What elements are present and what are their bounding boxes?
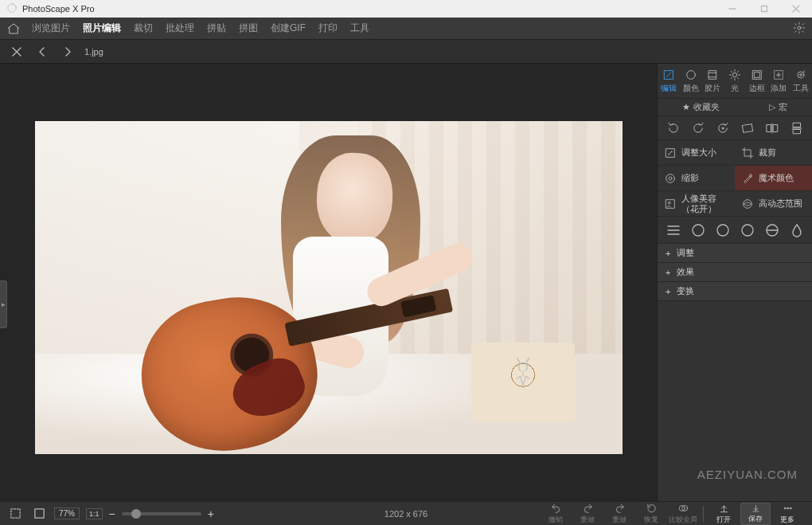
home-icon[interactable] [6,22,21,36]
svg-point-31 [669,177,672,180]
svg-point-48 [787,507,788,509]
prev-file-button[interactable] [33,44,51,60]
tool-crop[interactable]: 裁剪 [735,140,812,166]
svg-point-9 [686,70,695,79]
file-bar: 1.jpg [0,40,812,64]
bottom-bar: 77% 1:1 − + 1202 x 676 撤销 重做 重做 恢复 比较全局 … [0,501,812,525]
accordion-adjust[interactable]: +调整 [658,244,812,263]
svg-rect-27 [793,129,800,133]
svg-rect-23 [767,124,771,131]
open-button[interactable]: 打开 [709,503,739,525]
tool-hdr[interactable]: 高动态范围 [735,191,812,217]
rotate-cw-button[interactable] [689,120,707,136]
more-button[interactable]: 更多 [772,503,802,525]
plus-icon: + [666,287,670,296]
svg-point-13 [732,72,736,76]
accordion-effect[interactable]: +效果 [658,263,812,282]
preset-circle-1[interactable] [690,222,706,238]
panel-tab-tools[interactable]: 工具 [790,64,812,98]
svg-point-30 [666,174,675,182]
tool-resize[interactable]: 调整大小 [658,140,735,166]
svg-point-21 [721,127,723,128]
straighten-button[interactable] [739,120,756,136]
settings-button[interactable] [793,22,806,36]
watermark-text: AEZIYUAN.COM [697,468,798,481]
tab-gif[interactable]: 创建GIF [269,20,307,37]
svg-point-49 [790,507,791,509]
right-panel: 编辑 颜色 胶片 光 边框 添加 工具 ★收藏夹 ▷宏 调整大小 裁剪 缩影 魔… [657,64,812,501]
svg-rect-22 [742,123,752,132]
macro-button[interactable]: ▷宏 [769,101,787,113]
svg-point-38 [693,225,704,236]
preset-circle-3[interactable] [740,222,755,238]
accordion-transform[interactable]: +变换 [658,282,812,301]
rotate-free-button[interactable] [714,120,732,136]
zoom-value[interactable]: 77% [54,507,80,519]
flip-h-button[interactable] [763,120,781,136]
tab-browse[interactable]: 浏览图片 [30,20,72,37]
grid-button[interactable] [30,506,48,522]
close-button[interactable] [780,0,812,18]
tab-collage[interactable]: 拼贴 [205,20,228,37]
preset-grid-icon[interactable] [666,222,681,238]
sidebar-expand-handle[interactable] [0,280,7,328]
maximize-button[interactable] [748,0,780,18]
tab-combine[interactable]: 拼图 [237,20,260,37]
marquee-button[interactable] [6,506,24,522]
plus-icon: + [666,249,670,258]
svg-point-33 [668,202,670,204]
minimize-button[interactable] [716,0,748,18]
preset-circle-4[interactable] [764,222,780,238]
tool-magic-color[interactable]: 魔术颜色 [735,166,812,191]
panel-tab-film[interactable]: 胶片 [701,64,724,98]
favorites-button[interactable]: ★收藏夹 [682,101,720,113]
svg-point-5 [798,26,801,29]
panel-tab-edit[interactable]: 编辑 [658,64,680,98]
zoom-slider[interactable] [122,512,201,515]
svg-rect-43 [10,509,19,518]
svg-rect-15 [754,72,759,77]
tool-portrait[interactable]: 人像美容（花开） [658,191,735,217]
redo-button[interactable]: 重做 [572,503,603,525]
redo-all-button[interactable]: 重做 [604,503,634,525]
panel-tab-frame[interactable]: 边框 [746,64,768,98]
rotate-ccw-button[interactable] [665,120,682,136]
svg-point-39 [717,225,728,236]
svg-rect-44 [34,509,43,518]
main-toolbar: 浏览图片 照片编辑 裁切 批处理 拼贴 拼图 创建GIF 打印 工具 [0,18,812,40]
svg-point-47 [784,507,786,509]
image-dimensions: 1202 x 676 [385,509,427,519]
panel-tab-color[interactable]: 颜色 [680,64,702,98]
undo-button[interactable]: 撤销 [541,503,571,525]
canvas-area[interactable] [0,64,657,501]
svg-rect-10 [709,70,716,79]
revert-button[interactable]: 恢复 [636,503,666,525]
flip-v-button[interactable] [788,120,806,136]
tab-tools[interactable]: 工具 [349,20,371,37]
preset-drop-icon[interactable] [789,222,805,238]
zoom-in-button[interactable]: + [208,507,214,520]
preset-circle-2[interactable] [715,222,731,238]
app-logo-icon [6,2,18,15]
svg-point-19 [798,72,804,78]
tool-vignette[interactable]: 缩影 [658,166,735,191]
tab-crop[interactable]: 裁切 [132,20,154,37]
tab-editor[interactable]: 照片编辑 [81,20,123,37]
svg-rect-26 [793,123,800,127]
zoom-out-button[interactable]: − [109,507,115,520]
image-preview[interactable] [35,121,623,454]
svg-point-20 [800,73,802,76]
filename-label: 1.jpg [84,47,103,57]
panel-tab-light[interactable]: 光 [724,64,746,98]
titlebar: PhotoScape X Pro [0,0,812,18]
compare-button[interactable]: 比较全局 [668,503,698,525]
tab-print[interactable]: 打印 [317,20,339,37]
panel-tab-insert[interactable]: 添加 [768,64,791,98]
save-button[interactable]: 保存 [740,503,771,525]
star-icon: ★ [682,102,690,112]
plus-icon: + [666,268,670,277]
close-file-button[interactable] [8,44,25,60]
next-file-button[interactable] [59,44,76,60]
zoom-1to1[interactable]: 1:1 [86,508,103,519]
tab-batch[interactable]: 批处理 [164,20,196,37]
